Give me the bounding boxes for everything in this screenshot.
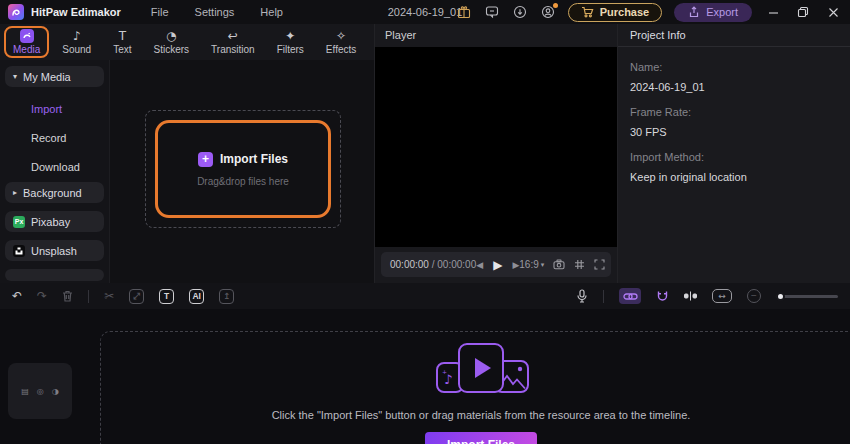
caret-right-icon: ▸	[13, 188, 17, 197]
fit-timeline-icon[interactable]: ↔	[712, 289, 732, 303]
notification-dot	[553, 3, 558, 8]
media-icon	[20, 29, 34, 43]
menu-settings[interactable]: Settings	[195, 6, 235, 18]
tab-stickers[interactable]: ◔ Stickers	[145, 26, 199, 58]
tab-text[interactable]: T Text	[104, 26, 140, 58]
import-method-label: Import Method:	[630, 151, 838, 163]
frame-rate-label: Frame Rate:	[630, 106, 838, 118]
gift-icon[interactable]	[456, 4, 472, 20]
name-value: 2024-06-19_01	[630, 81, 838, 93]
video-preview	[375, 47, 617, 247]
tab-transition[interactable]: ↩ Transition	[202, 26, 264, 58]
export-button[interactable]: Export	[674, 3, 752, 22]
tab-filters[interactable]: ✦ Filters	[268, 26, 313, 58]
toolbar-divider	[88, 290, 89, 303]
track-type-icon: ▤	[21, 387, 29, 396]
tab-media[interactable]: Media	[4, 26, 49, 58]
player-controls: 00:00:00 / 00:00:00 ◀ ▶ ▶ 16:9▾	[381, 252, 611, 277]
effects-icon: ✧	[336, 29, 346, 43]
menu-file[interactable]: File	[151, 6, 169, 18]
magnet-snap-icon[interactable]	[656, 290, 669, 303]
feedback-icon[interactable]	[484, 4, 500, 20]
voiceover-mic-icon[interactable]	[576, 289, 588, 303]
previous-frame-button[interactable]: ◀	[476, 260, 483, 270]
upload-clip-icon[interactable]: ↥	[219, 289, 234, 304]
timeline-area: ▤ ◎ ◑ ♪ + Click the "Import Files" butto…	[0, 309, 850, 444]
timeline-hint: Click the "Import Files" button or drag …	[272, 409, 691, 421]
track-visibility-icon[interactable]: ◎	[37, 387, 44, 396]
account-icon[interactable]	[540, 4, 556, 20]
timeline-import-files-button[interactable]: Import Files	[425, 432, 537, 444]
delete-icon[interactable]	[62, 290, 73, 302]
zoom-slider-handle[interactable]	[776, 292, 785, 301]
fullscreen-icon[interactable]	[594, 259, 605, 270]
export-icon	[688, 6, 700, 18]
tab-effects[interactable]: ✧ Effects	[317, 26, 365, 58]
project-info-panel: Project Info Name: 2024-06-19_01 Frame R…	[618, 24, 850, 283]
import-files-label: Import Files	[220, 152, 288, 166]
sidebar-group-my-media[interactable]: ▾ My Media	[5, 66, 104, 87]
toolbar-divider	[603, 290, 604, 303]
menu-help[interactable]: Help	[260, 6, 283, 18]
track-header: ▤ ◎ ◑	[8, 363, 72, 419]
drag-drop-hint: Drag&drop files here	[197, 176, 289, 187]
timeline-dropzone[interactable]: ♪ + Click the "Import Files" button or d…	[100, 331, 850, 444]
timeline-toolbar: ↶ ↷ ✂ ⤢ T AI ↥ ↔ −	[0, 283, 850, 309]
sidebar-item-unsplash[interactable]: Unsplash	[5, 240, 104, 261]
resource-tabbar: Media ♪ Sound T Text ◔ Stickers ↩ Transi…	[0, 24, 374, 60]
crop-icon[interactable]: ⤢	[129, 289, 144, 304]
snapshot-icon[interactable]	[553, 259, 565, 270]
resource-column: Media ♪ Sound T Text ◔ Stickers ↩ Transi…	[0, 24, 375, 283]
media-files-illustration: ♪ +	[421, 343, 541, 401]
stickers-icon: ◔	[166, 29, 176, 43]
zoom-out-icon[interactable]: −	[747, 289, 761, 303]
app-window: HitPaw Edimakor File Settings Help 2024-…	[0, 0, 850, 444]
tab-sound[interactable]: ♪ Sound	[53, 26, 100, 58]
sidebar-item-import[interactable]: Import	[5, 95, 104, 124]
purchase-button[interactable]: Purchase	[568, 3, 663, 22]
project-info-body: Name: 2024-06-19_01 Frame Rate: 30 FPS I…	[618, 47, 850, 189]
ai-subtitle-icon[interactable]: AI	[189, 289, 204, 304]
sidebar-item-pixabay[interactable]: Px Pixabay	[5, 211, 104, 232]
import-files-highlight[interactable]: + Import Files Drag&drop files here	[155, 120, 331, 218]
caret-down-icon: ▾	[541, 261, 545, 269]
close-button[interactable]	[824, 3, 842, 21]
project-info-title: Project Info	[618, 24, 850, 47]
sidebar-group-background[interactable]: ▸ Background	[5, 182, 104, 203]
cart-icon	[581, 6, 594, 18]
pixabay-icon: Px	[13, 216, 25, 228]
player-title: Player	[375, 24, 617, 47]
media-dropzone[interactable]: + Import Files Drag&drop files here	[145, 110, 341, 228]
player-panel: Player 00:00:00 / 00:00:00 ◀ ▶ ▶ 16:9▾	[375, 24, 618, 283]
track-mute-icon[interactable]: ◑	[52, 387, 59, 396]
split-icon[interactable]: ✂	[104, 290, 114, 302]
name-label: Name:	[630, 61, 838, 73]
sidebar-item-partial[interactable]	[5, 269, 104, 281]
grid-icon[interactable]	[574, 259, 585, 270]
restore-button[interactable]	[794, 3, 812, 21]
media-import-panel: + Import Files Drag&drop files here	[110, 60, 374, 283]
undo-icon[interactable]: ↶	[12, 290, 22, 302]
snap-edit-icon[interactable]	[684, 291, 697, 301]
redo-icon[interactable]: ↷	[37, 290, 47, 302]
frame-rate-value: 30 FPS	[630, 126, 838, 138]
svg-text:+: +	[442, 368, 447, 375]
aspect-ratio-select[interactable]: 16:9▾	[519, 259, 544, 270]
unsplash-icon	[13, 245, 25, 257]
minimize-button[interactable]	[764, 3, 782, 21]
download-icon[interactable]	[512, 4, 528, 20]
text-tool-icon[interactable]: T	[159, 289, 174, 304]
project-title: 2024-06-19_01	[388, 6, 463, 18]
timeline-zoom-slider[interactable]	[776, 295, 838, 298]
play-button[interactable]: ▶	[493, 258, 502, 272]
link-clips-icon[interactable]	[619, 288, 641, 304]
app-logo-icon	[8, 4, 24, 20]
sidebar-item-download[interactable]: Download	[5, 153, 104, 182]
main-row: Media ♪ Sound T Text ◔ Stickers ↩ Transi…	[0, 24, 850, 283]
next-frame-button[interactable]: ▶	[512, 260, 519, 270]
sound-icon: ♪	[73, 29, 81, 43]
resource-body: ▾ My Media Import Record Download ▸ Back…	[0, 60, 374, 283]
sidebar-item-record[interactable]: Record	[5, 124, 104, 153]
transition-icon: ↩	[228, 29, 238, 43]
titlebar-actions: Purchase Export	[456, 3, 842, 22]
